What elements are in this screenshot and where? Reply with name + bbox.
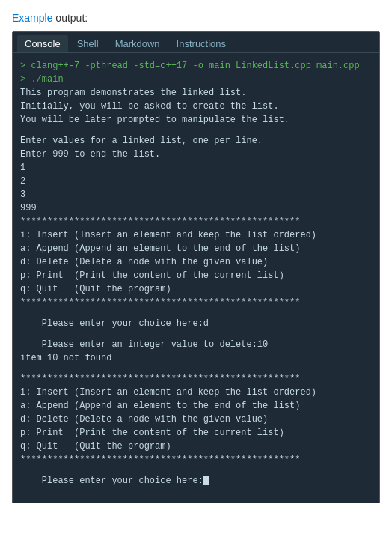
output-line: d: Delete (Delete a node with the given … [20,255,372,269]
output-line: q: Quit (Quit the program) [20,282,372,296]
output-line: item 10 not found [20,351,372,365]
output-line: a: Append (Append an element to the end … [20,399,372,413]
output-line: 3 [20,188,372,201]
output-line: 999 [20,201,372,215]
prompt-line: > ./main [20,73,372,86]
output-line: ****************************************… [20,372,372,386]
tab-markdown[interactable]: Markdown [108,35,168,52]
blank-line [20,467,372,474]
prompt-line: > clang++-7 -pthread -std=c++17 -o main … [20,59,372,73]
blank-line [20,330,372,338]
page-heading: Example output: [12,12,380,24]
output-line: 1 [20,161,372,175]
output-line: d: Delete (Delete a node with the given … [20,413,372,426]
output-line: i: Insert (Insert an element and keep th… [20,386,372,399]
blank-line [20,127,372,134]
output-line: Please enter an integer value to delete:… [20,338,372,351]
output-line: ****************************************… [20,215,372,228]
output-line: Enter 999 to end the list. [20,148,372,161]
output-line: Enter values for a linked list, one per … [20,134,372,148]
output-line: p: Print (Print the content of the curre… [20,426,372,440]
tab-instructions[interactable]: Instructions [169,35,233,52]
output-line: Initially, you will be asked to create t… [20,100,372,113]
console-body: > clang++-7 -pthread -std=c++17 -o main … [13,53,379,503]
output-line: 2 [20,175,372,188]
heading-example: Example [12,12,52,24]
terminal-wrapper: ConsoleShellMarkdownInstructions > clang… [12,31,380,503]
blank-line [20,309,372,317]
tab-shell[interactable]: Shell [70,35,106,52]
blank-line [20,365,372,372]
output-line: You will be later prompted to manipulate… [20,113,372,127]
output-line: ****************************************… [20,453,372,467]
terminal-cursor [203,476,209,485]
output-line: ****************************************… [20,296,372,309]
heading-rest: output: [52,12,88,24]
output-line: Please enter your choice here:d [20,317,372,330]
output-line: i: Insert (Insert an element and keep th… [20,228,372,242]
output-line: This program demonstrates the linked lis… [20,86,372,100]
tab-console[interactable]: Console [17,35,68,52]
prompt-input-line: Please enter your choice here: [20,474,372,488]
output-line: p: Print (Print the content of the curre… [20,269,372,282]
output-line: a: Append (Append an element to the end … [20,242,372,255]
output-line: q: Quit (Quit the program) [20,440,372,453]
tab-bar: ConsoleShellMarkdownInstructions [13,32,379,53]
